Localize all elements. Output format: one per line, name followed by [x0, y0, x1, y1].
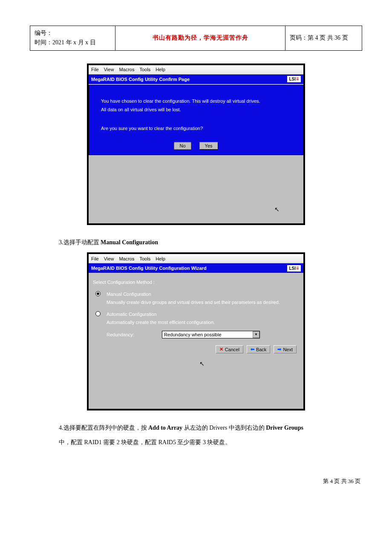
- auto-title: Automatic Configuration: [107, 311, 215, 318]
- doc-time: 时间：2021 年 x 月 x 日: [35, 38, 111, 47]
- chevron-down-icon[interactable]: ▼: [253, 331, 259, 338]
- step-3-text: 3.选择手动配置 Manual Configuration: [59, 238, 331, 247]
- header-left-cell: 编号： 时间：2021 年 x 月 x 日: [30, 26, 115, 51]
- menubar: File View Macros Tools Help: [89, 65, 303, 75]
- menu-tools[interactable]: Tools: [139, 256, 150, 261]
- menu-macros[interactable]: Macros: [119, 67, 134, 72]
- logo-dots-icon: ⠿: [296, 77, 299, 81]
- x-icon: ✕: [219, 347, 223, 352]
- yes-button[interactable]: Yes: [199, 142, 218, 150]
- titlebar-text: MegaRAID BIOS Config Utility Configurati…: [91, 266, 207, 271]
- menu-view[interactable]: View: [104, 256, 114, 261]
- header-right-cell: 页码：第 4 页 共 36 页: [285, 26, 362, 51]
- radio-selected-icon[interactable]: [95, 291, 101, 296]
- config-panel: Select Configuration Method : Manual Con…: [89, 274, 303, 409]
- arrow-right-icon: ➡: [277, 347, 281, 352]
- grey-area: ↖: [93, 353, 299, 405]
- redundancy-value: Redundancy when possible: [164, 332, 222, 337]
- auto-config-option[interactable]: Automatic Configuration Automatically cr…: [93, 311, 299, 326]
- confirm-panel: You have chosen to clear the configurati…: [89, 85, 303, 155]
- redundancy-dropdown[interactable]: Redundancy when possible ▼: [162, 331, 260, 338]
- header-page: 页码：第 4 页 共 36 页: [290, 35, 348, 41]
- cursor-icon: ↖: [199, 360, 205, 367]
- menu-file[interactable]: File: [91, 67, 99, 72]
- titlebar-text: MegaRAID BIOS Config Utility Confirm Pag…: [91, 77, 190, 82]
- confirm-question: Are you sure you want to clear the confi…: [101, 125, 291, 131]
- screenshot-config-wizard: File View Macros Tools Help MegaRAID BIO…: [87, 252, 305, 410]
- step-4-text-line1: 4.选择要配置在阵列中的硬盘，按 Add to Array 从左边的 Drive…: [59, 423, 366, 433]
- auto-desc: Automatically create the most efficient …: [107, 319, 215, 326]
- no-button[interactable]: No: [174, 142, 191, 150]
- radio-unselected-icon[interactable]: [95, 311, 101, 316]
- menubar: File View Macros Tools Help: [89, 254, 303, 263]
- lsi-logo: LSI⠿: [287, 76, 301, 82]
- screenshot-confirm-page: File View Macros Tools Help MegaRAID BIO…: [87, 64, 305, 225]
- cursor-icon: ↖: [274, 206, 280, 213]
- manual-config-option[interactable]: Manual Configuration Manually create dri…: [93, 291, 299, 306]
- warning-line-2: All data on all virtual drives will be l…: [101, 107, 291, 113]
- warning-line-1: You have chosen to clear the configurati…: [101, 98, 291, 104]
- manual-desc: Manually create drive groups and virtual…: [107, 299, 280, 306]
- cancel-button[interactable]: ✕Cancel: [216, 345, 243, 353]
- manual-title: Manual Configuration: [107, 291, 280, 298]
- page-footer: 第 4 页 共 36 页: [30, 477, 362, 485]
- titlebar: MegaRAID BIOS Config Utility Confirm Pag…: [89, 75, 303, 84]
- header-center-cell: 书山有路勤为径，学海无涯苦作舟: [115, 26, 285, 51]
- menu-tools[interactable]: Tools: [139, 67, 150, 72]
- header-motto: 书山有路勤为径，学海无涯苦作舟: [153, 35, 248, 41]
- grey-area: ↖: [89, 155, 303, 223]
- menu-file[interactable]: File: [91, 256, 99, 261]
- menu-view[interactable]: View: [104, 67, 114, 72]
- doc-number: 编号：: [35, 29, 111, 38]
- menu-help[interactable]: Help: [156, 256, 165, 261]
- menu-macros[interactable]: Macros: [119, 256, 134, 261]
- step-4-text-line2: 中，配置 RAID1 需要 2 块硬盘，配置 RAID5 至少需要 3 块硬盘。: [59, 438, 331, 447]
- back-button[interactable]: ⬅Back: [247, 345, 270, 353]
- logo-dots-icon: ⠿: [296, 266, 299, 271]
- select-method-label: Select Configuration Method :: [93, 280, 299, 285]
- page-header: 编号： 时间：2021 年 x 月 x 日 书山有路勤为径，学海无涯苦作舟 页码…: [30, 26, 362, 51]
- menu-help[interactable]: Help: [156, 67, 165, 72]
- redundancy-label: Redundancy:: [107, 332, 162, 337]
- titlebar: MegaRAID BIOS Config Utility Configurati…: [89, 263, 303, 273]
- lsi-logo: LSI⠿: [287, 265, 301, 272]
- next-button[interactable]: ➡Next: [274, 345, 297, 353]
- arrow-left-icon: ⬅: [251, 347, 254, 352]
